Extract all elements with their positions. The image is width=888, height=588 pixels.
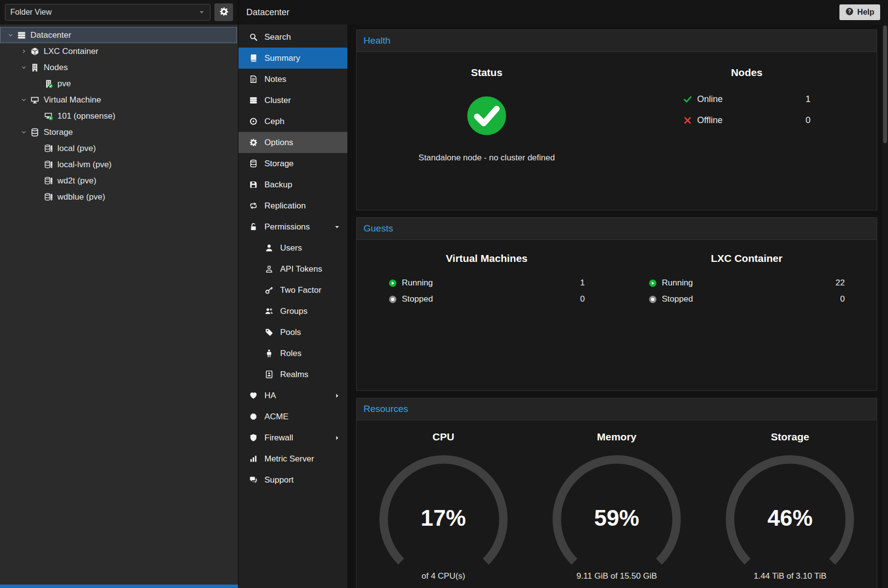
vm-running-count: 1 — [580, 278, 585, 288]
menu-item-firewall[interactable]: Firewall — [238, 427, 347, 448]
nodes-heading: Nodes — [731, 67, 762, 78]
memory-heading: Memory — [597, 431, 637, 443]
database-icon — [29, 128, 40, 137]
tree-item-storage-local-lvm[interactable]: local-lvm (pve) — [0, 156, 238, 173]
note-icon — [248, 75, 259, 83]
server-icon — [16, 31, 27, 40]
tree-settings-button[interactable] — [214, 3, 233, 21]
bottom-splitter[interactable] — [0, 585, 238, 588]
menu-item-backup[interactable]: Backup — [238, 174, 347, 195]
menu-item-users[interactable]: Users — [238, 237, 347, 258]
tree-item-storage-wd2t[interactable]: wd2t (pve) — [0, 173, 238, 189]
caret-right-icon[interactable] — [334, 435, 340, 441]
storage-drive-icon — [43, 193, 54, 202]
vm-heading: Virtual Machines — [446, 253, 528, 264]
menu-item-metric-server[interactable]: Metric Server — [238, 448, 347, 469]
chevron-right-icon[interactable] — [19, 48, 28, 54]
bar-chart-icon — [248, 455, 259, 463]
resources-panel-title: Resources — [357, 398, 877, 420]
tree-item-vm-101[interactable]: 101 (opnsense) — [0, 108, 238, 124]
menu-item-groups[interactable]: Groups — [238, 301, 347, 322]
gear-icon — [219, 7, 229, 18]
menu-item-ceph[interactable]: Ceph — [238, 111, 347, 132]
vm-running-row: Running 1 — [389, 278, 585, 288]
play-circle-icon — [389, 279, 397, 287]
menu-item-permissions[interactable]: Permissions — [238, 216, 347, 237]
content-scrollbar[interactable] — [882, 25, 888, 588]
play-circle-icon — [649, 279, 657, 287]
vm-stopped-count: 0 — [580, 294, 585, 304]
resources-panel: Resources CPU 17% of 4 CPU(s) — [356, 398, 877, 588]
chevron-down-icon[interactable] — [19, 64, 28, 71]
scrollbar-thumb[interactable] — [883, 26, 887, 143]
tag-icon — [264, 328, 274, 336]
guests-panel-title: Guests — [357, 218, 877, 240]
floppy-icon — [248, 180, 259, 189]
certificate-icon — [248, 412, 259, 421]
resource-tree-panel: Folder View Datacenter LXC Container — [0, 0, 238, 588]
book-icon — [248, 54, 259, 62]
menu-item-realms[interactable]: Realms — [238, 364, 347, 385]
guests-panel: Guests Virtual Machines Running 1 — [356, 217, 877, 391]
menu-item-roles[interactable]: Roles — [238, 343, 347, 364]
health-panel-title: Health — [357, 30, 877, 52]
lxc-running-count: 22 — [836, 278, 845, 288]
menu-item-acme[interactable]: ACME — [238, 406, 347, 427]
tree-item-datacenter[interactable]: Datacenter — [0, 27, 237, 43]
guests-vm-column: Virtual Machines Running 1 Stopped — [357, 253, 617, 390]
cluster-status-message: Standalone node - no cluster defined — [418, 153, 555, 163]
chevron-down-icon[interactable] — [5, 32, 15, 38]
menu-item-options[interactable]: Options — [238, 132, 347, 153]
offline-count: 0 — [806, 115, 810, 126]
memory-percent: 59% — [545, 505, 688, 531]
menu-item-support[interactable]: Support — [238, 469, 347, 490]
view-mode-select[interactable]: Folder View — [5, 4, 210, 21]
menu-item-storage[interactable]: Storage — [238, 153, 347, 174]
nodes-online-row: Online 1 — [683, 94, 810, 104]
nodes-offline-row: Offline 0 — [683, 115, 810, 126]
cpu-detail: of 4 CPU(s) — [421, 571, 465, 581]
address-book-icon — [264, 370, 274, 379]
menu-item-summary[interactable]: Summary — [238, 48, 347, 69]
menu-item-cluster[interactable]: Cluster — [238, 90, 347, 111]
desktop-icon — [29, 96, 40, 104]
storage-heading: Storage — [771, 431, 809, 443]
menu-item-notes[interactable]: Notes — [238, 69, 347, 90]
chevron-down-icon[interactable] — [19, 129, 28, 135]
tree-item-storage[interactable]: Storage — [0, 124, 238, 140]
view-mode-value: Folder View — [10, 8, 52, 17]
health-nodes-column: Nodes Online 1 Offline 0 — [617, 67, 877, 210]
tree-item-storage-wdblue[interactable]: wdblue (pve) — [0, 189, 238, 205]
menu-item-ha[interactable]: HA — [238, 385, 347, 406]
help-button[interactable]: Help — [839, 4, 880, 20]
stop-circle-icon — [649, 295, 657, 304]
building-icon — [29, 63, 40, 72]
caret-down-icon[interactable] — [334, 224, 340, 230]
user-outline-icon — [264, 265, 274, 273]
cpu-heading: CPU — [432, 431, 454, 443]
chevron-down-icon[interactable] — [19, 97, 28, 103]
vm-stopped-row: Stopped 0 — [389, 294, 585, 304]
tree-item-pve[interactable]: pve — [0, 76, 238, 92]
lxc-heading: LXC Container — [711, 253, 783, 264]
menu-item-replication[interactable]: Replication — [238, 195, 347, 216]
tree-item-virtual-machine[interactable]: Virtual Machine — [0, 92, 238, 108]
menu-item-search[interactable]: Search — [238, 26, 347, 48]
caret-right-icon[interactable] — [334, 392, 340, 399]
storage-detail: 1.44 TiB of 3.10 TiB — [754, 571, 826, 581]
lxc-stopped-count: 0 — [840, 294, 845, 304]
memory-gauge: Memory 59% 9.11 GiB of 15.50 GiB — [530, 431, 703, 581]
menu-item-api-tokens[interactable]: API Tokens — [238, 258, 347, 280]
vm-running-icon — [43, 112, 54, 121]
heartbeat-icon — [248, 391, 259, 400]
datacenter-menu: Search Summary Notes Cluster Ceph — [238, 25, 347, 588]
menu-item-pools[interactable]: Pools — [238, 322, 347, 343]
tree-item-nodes[interactable]: Nodes — [0, 59, 238, 76]
gear-icon — [248, 138, 259, 147]
page-title: Datacenter — [246, 7, 289, 18]
tree-item-lxc-container[interactable]: LXC Container — [0, 43, 238, 59]
lxc-running-row: Running 22 — [649, 278, 845, 288]
tree-item-storage-local[interactable]: local (pve) — [0, 140, 238, 156]
menu-item-two-factor[interactable]: Two Factor — [238, 280, 347, 301]
search-icon — [248, 33, 259, 41]
